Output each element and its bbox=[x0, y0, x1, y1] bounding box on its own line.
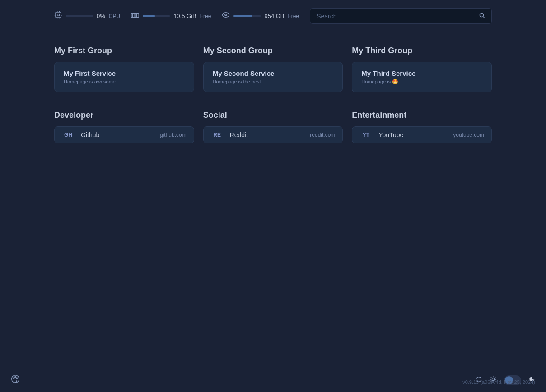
group-third: My Third Group My Third Service Homepage… bbox=[352, 46, 492, 92]
top-bar: 0% CPU 10.5 GiB Free bbox=[0, 0, 546, 32]
link-abbr-github: GH bbox=[62, 132, 75, 138]
ram-stat: 10.5 GiB Free bbox=[131, 11, 211, 21]
links-developer-title: Developer bbox=[54, 111, 194, 120]
svg-point-20 bbox=[225, 14, 227, 16]
search-box[interactable] bbox=[310, 8, 492, 24]
disk-label: Free bbox=[288, 13, 299, 19]
cpu-value: 0% bbox=[97, 13, 105, 19]
link-name-github: Github bbox=[81, 131, 154, 138]
bottom-bar: v0.9.13 (a06964d, Nov 25, 2024) bbox=[0, 368, 546, 392]
disk-icon bbox=[222, 11, 230, 21]
group-second: My Second Group My Second Service Homepa… bbox=[203, 46, 343, 92]
version-text: v0.9.13 (a06964d, Nov 25, 2024) bbox=[462, 379, 535, 385]
cpu-bar bbox=[66, 15, 93, 17]
svg-point-25 bbox=[15, 377, 16, 378]
svg-line-35 bbox=[495, 377, 495, 377]
cpu-icon bbox=[54, 11, 62, 21]
link-item-reddit[interactable]: RE Reddit reddit.com bbox=[203, 126, 343, 143]
service-card-first-name: My First Service bbox=[64, 69, 185, 77]
search-icon[interactable] bbox=[479, 12, 485, 20]
ram-icon bbox=[131, 11, 139, 21]
link-name-reddit: Reddit bbox=[230, 131, 304, 138]
ram-value: 10.5 GiB bbox=[173, 13, 196, 19]
service-card-first-subtitle: Homepage is awesome bbox=[64, 79, 185, 84]
disk-value: 954 GB bbox=[264, 13, 284, 19]
disk-bar-fill bbox=[233, 15, 252, 17]
svg-point-19 bbox=[223, 13, 229, 18]
links-social: Social RE Reddit reddit.com bbox=[203, 111, 343, 148]
search-input[interactable] bbox=[317, 13, 475, 20]
svg-line-30 bbox=[491, 377, 491, 377]
svg-line-22 bbox=[483, 17, 485, 18]
service-card-second[interactable]: My Second Service Homepage is the best bbox=[203, 62, 343, 92]
group-third-title: My Third Group bbox=[352, 46, 492, 55]
groups-row: My First Group My First Service Homepage… bbox=[54, 46, 492, 92]
service-card-third[interactable]: My Third Service Homepage is 🤩 bbox=[352, 62, 492, 92]
links-entertainment: Entertainment YT YouTube youtube.com bbox=[352, 111, 492, 148]
link-item-github[interactable]: GH Github github.com bbox=[54, 126, 194, 143]
link-abbr-reddit: RE bbox=[211, 132, 224, 138]
service-card-second-name: My Second Service bbox=[213, 69, 334, 77]
main-content: My First Group My First Service Homepage… bbox=[0, 32, 546, 161]
ram-bar-fill bbox=[143, 15, 155, 17]
cpu-bar-fill bbox=[66, 15, 66, 17]
links-entertainment-title: Entertainment bbox=[352, 111, 492, 120]
disk-stat: 954 GB Free bbox=[222, 11, 299, 21]
svg-rect-1 bbox=[57, 14, 60, 16]
palette-icon[interactable] bbox=[11, 374, 20, 386]
link-name-youtube: YouTube bbox=[378, 131, 447, 138]
service-card-third-name: My Third Service bbox=[361, 69, 482, 77]
links-developer: Developer GH Github github.com bbox=[54, 111, 194, 148]
link-url-youtube: youtube.com bbox=[453, 132, 484, 138]
disk-bar bbox=[233, 15, 261, 17]
cpu-stat: 0% CPU bbox=[54, 11, 120, 21]
svg-point-26 bbox=[16, 378, 18, 379]
group-second-title: My Second Group bbox=[203, 46, 343, 55]
link-abbr-youtube: YT bbox=[359, 132, 372, 138]
service-card-first[interactable]: My First Service Homepage is awesome bbox=[54, 62, 194, 92]
svg-rect-0 bbox=[56, 12, 61, 18]
group-first: My First Group My First Service Homepage… bbox=[54, 46, 194, 92]
link-url-github: github.com bbox=[160, 132, 187, 138]
ram-bar bbox=[143, 15, 170, 17]
links-row: Developer GH Github github.com Social RE… bbox=[54, 111, 492, 148]
links-social-title: Social bbox=[203, 111, 343, 120]
cpu-label: CPU bbox=[109, 13, 120, 19]
ram-label: Free bbox=[200, 13, 211, 19]
svg-point-24 bbox=[13, 378, 14, 379]
link-url-reddit: reddit.com bbox=[310, 132, 335, 138]
svg-point-21 bbox=[480, 13, 483, 17]
group-first-title: My First Group bbox=[54, 46, 194, 55]
service-card-second-subtitle: Homepage is the best bbox=[213, 79, 334, 84]
link-item-youtube[interactable]: YT YouTube youtube.com bbox=[352, 126, 492, 143]
service-card-third-subtitle: Homepage is 🤩 bbox=[361, 79, 482, 85]
